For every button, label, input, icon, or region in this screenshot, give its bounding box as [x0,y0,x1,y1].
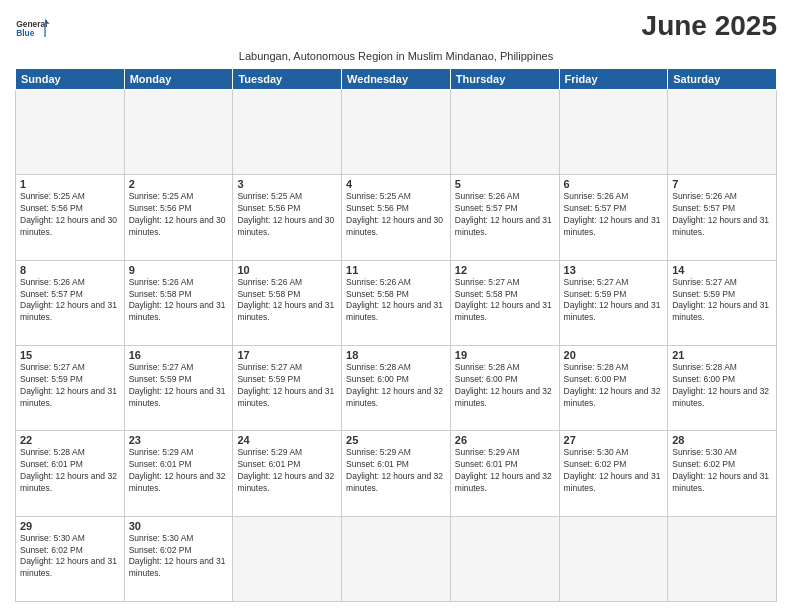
day-info: Sunrise: 5:27 AM Sunset: 5:59 PM Dayligh… [129,362,229,410]
daylight-label: Daylight: 12 hours and 31 minutes. [672,300,769,322]
month-title: June 2025 [642,10,777,42]
day-number: 15 [20,349,120,361]
daylight-label: Daylight: 12 hours and 32 minutes. [346,471,443,493]
day-number: 3 [237,178,337,190]
calendar-cell: 2 Sunrise: 5:25 AM Sunset: 5:56 PM Dayli… [124,175,233,260]
calendar-cell: 19 Sunrise: 5:28 AM Sunset: 6:00 PM Dayl… [450,345,559,430]
calendar-cell: 26 Sunrise: 5:29 AM Sunset: 6:01 PM Dayl… [450,431,559,516]
calendar-cell: 4 Sunrise: 5:25 AM Sunset: 5:56 PM Dayli… [342,175,451,260]
day-number: 25 [346,434,446,446]
daylight-label: Daylight: 12 hours and 31 minutes. [20,556,117,578]
day-number: 11 [346,264,446,276]
sunrise-label: Sunrise: 5:30 AM [129,533,194,543]
day-info: Sunrise: 5:27 AM Sunset: 5:59 PM Dayligh… [20,362,120,410]
subtitle: Labungan, Autonomous Region in Muslim Mi… [15,50,777,62]
sunrise-label: Sunrise: 5:26 AM [564,191,629,201]
sunset-label: Sunset: 5:57 PM [672,203,735,213]
day-number: 20 [564,349,664,361]
calendar-cell: 21 Sunrise: 5:28 AM Sunset: 6:00 PM Dayl… [668,345,777,430]
col-wednesday: Wednesday [342,69,451,90]
day-info: Sunrise: 5:26 AM Sunset: 5:57 PM Dayligh… [20,277,120,325]
day-number: 21 [672,349,772,361]
sunrise-label: Sunrise: 5:25 AM [20,191,85,201]
daylight-label: Daylight: 12 hours and 31 minutes. [346,300,443,322]
sunset-label: Sunset: 6:00 PM [672,374,735,384]
day-info: Sunrise: 5:25 AM Sunset: 5:56 PM Dayligh… [346,191,446,239]
calendar-cell [559,90,668,175]
sunset-label: Sunset: 6:02 PM [672,459,735,469]
calendar-cell: 6 Sunrise: 5:26 AM Sunset: 5:57 PM Dayli… [559,175,668,260]
day-info: Sunrise: 5:26 AM Sunset: 5:58 PM Dayligh… [237,277,337,325]
day-info: Sunrise: 5:27 AM Sunset: 5:59 PM Dayligh… [237,362,337,410]
day-info: Sunrise: 5:29 AM Sunset: 6:01 PM Dayligh… [455,447,555,495]
day-number: 9 [129,264,229,276]
daylight-label: Daylight: 12 hours and 31 minutes. [564,300,661,322]
day-number: 13 [564,264,664,276]
sunset-label: Sunset: 5:57 PM [20,289,83,299]
sunset-label: Sunset: 6:01 PM [129,459,192,469]
sunset-label: Sunset: 5:59 PM [564,289,627,299]
daylight-label: Daylight: 12 hours and 31 minutes. [237,386,334,408]
day-info: Sunrise: 5:26 AM Sunset: 5:58 PM Dayligh… [346,277,446,325]
day-info: Sunrise: 5:29 AM Sunset: 6:01 PM Dayligh… [129,447,229,495]
sunrise-label: Sunrise: 5:28 AM [346,362,411,372]
daylight-label: Daylight: 12 hours and 31 minutes. [564,471,661,493]
daylight-label: Daylight: 12 hours and 31 minutes. [455,300,552,322]
calendar-cell: 11 Sunrise: 5:26 AM Sunset: 5:58 PM Dayl… [342,260,451,345]
day-number: 1 [20,178,120,190]
sunrise-label: Sunrise: 5:29 AM [129,447,194,457]
sunset-label: Sunset: 6:00 PM [346,374,409,384]
sunrise-label: Sunrise: 5:26 AM [20,277,85,287]
day-number: 16 [129,349,229,361]
day-number: 6 [564,178,664,190]
calendar-cell: 3 Sunrise: 5:25 AM Sunset: 5:56 PM Dayli… [233,175,342,260]
sunset-label: Sunset: 5:56 PM [237,203,300,213]
sunset-label: Sunset: 5:57 PM [455,203,518,213]
day-info: Sunrise: 5:26 AM Sunset: 5:57 PM Dayligh… [455,191,555,239]
day-info: Sunrise: 5:28 AM Sunset: 6:00 PM Dayligh… [346,362,446,410]
calendar-week-row: 29 Sunrise: 5:30 AM Sunset: 6:02 PM Dayl… [16,516,777,601]
calendar-cell [233,516,342,601]
day-number: 14 [672,264,772,276]
sunset-label: Sunset: 5:58 PM [455,289,518,299]
day-number: 2 [129,178,229,190]
day-number: 30 [129,520,229,532]
sunrise-label: Sunrise: 5:27 AM [237,362,302,372]
day-number: 7 [672,178,772,190]
svg-text:General: General [16,19,47,29]
sunrise-label: Sunrise: 5:28 AM [672,362,737,372]
calendar-cell [16,90,125,175]
title-section: June 2025 [642,10,777,42]
day-number: 27 [564,434,664,446]
daylight-label: Daylight: 12 hours and 31 minutes. [129,300,226,322]
calendar-cell [450,90,559,175]
daylight-label: Daylight: 12 hours and 31 minutes. [237,300,334,322]
calendar-cell: 5 Sunrise: 5:26 AM Sunset: 5:57 PM Dayli… [450,175,559,260]
sunrise-label: Sunrise: 5:27 AM [564,277,629,287]
logo: General Blue [15,10,51,46]
sunset-label: Sunset: 5:59 PM [20,374,83,384]
calendar-cell: 25 Sunrise: 5:29 AM Sunset: 6:01 PM Dayl… [342,431,451,516]
sunset-label: Sunset: 5:56 PM [346,203,409,213]
sunrise-label: Sunrise: 5:26 AM [237,277,302,287]
sunset-label: Sunset: 5:56 PM [20,203,83,213]
day-info: Sunrise: 5:27 AM Sunset: 5:59 PM Dayligh… [672,277,772,325]
sunrise-label: Sunrise: 5:26 AM [672,191,737,201]
sunrise-label: Sunrise: 5:29 AM [455,447,520,457]
calendar-cell [342,516,451,601]
sunrise-label: Sunrise: 5:28 AM [564,362,629,372]
calendar-cell: 7 Sunrise: 5:26 AM Sunset: 5:57 PM Dayli… [668,175,777,260]
sunset-label: Sunset: 6:02 PM [564,459,627,469]
calendar-cell: 12 Sunrise: 5:27 AM Sunset: 5:58 PM Dayl… [450,260,559,345]
day-number: 18 [346,349,446,361]
day-info: Sunrise: 5:27 AM Sunset: 5:58 PM Dayligh… [455,277,555,325]
svg-text:Blue: Blue [16,28,35,38]
calendar-cell: 16 Sunrise: 5:27 AM Sunset: 5:59 PM Dayl… [124,345,233,430]
daylight-label: Daylight: 12 hours and 30 minutes. [237,215,334,237]
daylight-label: Daylight: 12 hours and 32 minutes. [455,386,552,408]
day-number: 29 [20,520,120,532]
sunrise-label: Sunrise: 5:25 AM [346,191,411,201]
day-number: 10 [237,264,337,276]
day-info: Sunrise: 5:28 AM Sunset: 6:00 PM Dayligh… [455,362,555,410]
day-info: Sunrise: 5:26 AM Sunset: 5:58 PM Dayligh… [129,277,229,325]
